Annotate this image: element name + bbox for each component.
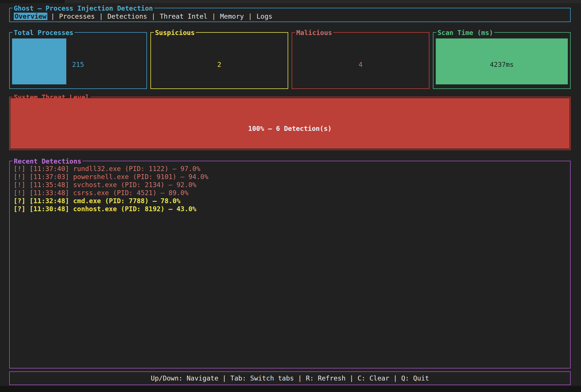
detection-row[interactable]: [?] [11:32:48] cmd.exe (PID: 7788) — 78.… <box>13 197 567 205</box>
stat-malicious-panel: Malicious 4 <box>292 32 429 89</box>
recent-detections-panel: Recent Detections [!] [11:37:40] rundll3… <box>9 161 571 368</box>
suspicious-value: 2 <box>153 38 285 84</box>
recent-detections-title: Recent Detections <box>13 157 82 165</box>
detection-row[interactable]: [!] [11:35:48] svchost.exe (PID: 2134) —… <box>13 181 567 189</box>
stat-suspicious-panel: Suspicious 2 <box>150 32 288 89</box>
detection-row[interactable]: [!] [11:37:40] rundll32.exe (PID: 1122) … <box>13 165 567 173</box>
malicious-gauge: 4 <box>295 38 427 84</box>
stat-scan-time-title: Scan Time (ms) <box>436 29 494 37</box>
threat-level-gauge: 100% — 6 Detection(s) <box>10 98 570 149</box>
malicious-value: 4 <box>295 38 427 84</box>
tab-separator: | <box>248 13 252 20</box>
stat-suspicious-title: Suspicious <box>154 29 196 37</box>
footer-keybindings: Up/Down: Navigate | Tab: Switch tabs | R… <box>10 372 570 385</box>
footer-panel: Up/Down: Navigate | Tab: Switch tabs | R… <box>9 371 571 385</box>
detection-row[interactable]: [!] [11:33:48] csrss.exe (PID: 4521) — 8… <box>13 189 567 197</box>
detections-list: [!] [11:37:40] rundll32.exe (PID: 1122) … <box>13 165 567 213</box>
threat-level-panel: System Threat Level 100% — 6 Detection(s… <box>9 97 571 150</box>
tab-separator: | <box>99 13 103 20</box>
tab-separator: | <box>51 13 55 20</box>
tab-bar-panel: Ghost — Process Injection Detection Over… <box>9 8 571 22</box>
tab-logs[interactable]: Logs <box>255 13 273 20</box>
stat-total-processes-panel: Total Processes 215 <box>9 32 147 89</box>
tab-separator: | <box>152 13 156 20</box>
stat-malicious-title: Malicious <box>295 29 333 37</box>
tab-processes[interactable]: Processes <box>58 13 96 20</box>
terminal-bottom-edge <box>0 386 581 392</box>
suspicious-gauge: 2 <box>153 38 285 84</box>
tab-memory[interactable]: Memory <box>219 13 245 20</box>
scan-time-value: 4237ms <box>436 38 568 84</box>
total-processes-value: 215 <box>12 38 144 84</box>
tab-detections[interactable]: Detections <box>106 13 148 20</box>
tab-overview[interactable]: Overview <box>14 13 47 20</box>
terminal-tab-notch <box>0 0 65 3</box>
total-processes-gauge: 215 <box>12 38 144 84</box>
stat-total-processes-title: Total Processes <box>13 29 75 37</box>
threat-level-label: 100% — 6 Detection(s) <box>10 98 570 149</box>
terminal-top-edge <box>0 0 581 3</box>
tab-threat-intel[interactable]: Threat Intel <box>159 13 208 20</box>
tab-separator: | <box>212 13 216 20</box>
stat-scan-time-panel: Scan Time (ms) 4237ms <box>433 32 571 89</box>
tab-bar-tabs: Overview|Processes|Detections|Threat Int… <box>14 8 273 22</box>
detection-row[interactable]: [?] [11:30:48] conhost.exe (PID: 8192) —… <box>13 205 567 213</box>
detection-row[interactable]: [!] [11:37:03] powershell.exe (PID: 9101… <box>13 173 567 181</box>
scan-time-gauge: 4237ms <box>436 38 568 84</box>
